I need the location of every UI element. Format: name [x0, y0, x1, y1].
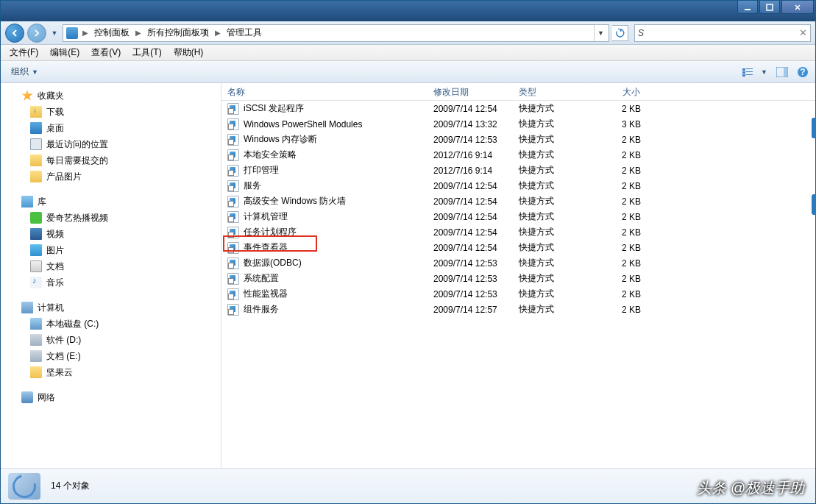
svg-rect-5 — [746, 71, 753, 72]
file-type: 快捷方式 — [513, 210, 595, 223]
list-item[interactable]: 数据源(ODBC)2009/7/14 12:53快捷方式2 KB — [221, 255, 815, 271]
tree-folder[interactable]: 每日需要提交的 — [1, 152, 221, 168]
tree-downloads[interactable]: 下载 — [1, 104, 221, 120]
tree-favorites[interactable]: 收藏夹 — [1, 88, 221, 104]
file-size: 2 KB — [595, 135, 647, 145]
breadcrumb-item[interactable]: 所有控制面板项 — [144, 26, 212, 39]
tree-label: 最近访问的位置 — [46, 138, 108, 151]
tree-label: 产品图片 — [46, 171, 82, 183]
list-item[interactable]: Windows PowerShell Modules2009/7/14 13:3… — [221, 116, 815, 132]
address-bar[interactable]: ▶ 控制面板 ▶ 所有控制面板项 ▶ 管理工具 ▼ — [63, 24, 609, 42]
file-date: 2012/7/16 9:14 — [427, 166, 513, 176]
collapse-icon[interactable] — [11, 92, 19, 100]
menu-tools[interactable]: 工具(T) — [127, 45, 167, 60]
status-text: 14 个对象 — [51, 480, 90, 492]
help-button[interactable]: ? — [795, 64, 811, 80]
file-date: 2009/7/14 12:53 — [427, 274, 513, 284]
file-type: 快捷方式 — [513, 303, 595, 316]
list-item[interactable]: 计算机管理2009/7/14 12:54快捷方式2 KB — [221, 209, 815, 224]
file-name: 系统配置 — [244, 272, 279, 285]
location-icon — [66, 27, 78, 39]
file-name: 高级安全 Windows 防火墙 — [244, 195, 346, 207]
menu-edit[interactable]: 编辑(E) — [44, 45, 85, 60]
watermark: 头条 @极速手助 — [697, 478, 804, 498]
drive-icon — [30, 350, 42, 362]
list-item[interactable]: 打印管理2012/7/16 9:14快捷方式2 KB — [221, 163, 815, 178]
computer-icon — [21, 302, 33, 313]
file-size: 2 KB — [595, 104, 647, 114]
list-item[interactable]: 本地安全策略2012/7/16 9:14快捷方式2 KB — [221, 147, 815, 163]
tree-nutcloud[interactable]: 坚果云 — [1, 364, 221, 380]
explorer-window: ▼ ▶ 控制面板 ▶ 所有控制面板项 ▶ 管理工具 ▼ ✕ 文件(F) 编辑(E… — [0, 0, 816, 504]
picture-icon — [30, 244, 42, 256]
chevron-right-icon[interactable]: ▶ — [79, 29, 91, 37]
maximize-button[interactable] — [759, 1, 780, 14]
tree-pictures[interactable]: 图片 — [1, 242, 221, 258]
collapse-icon[interactable] — [11, 304, 19, 312]
breadcrumb-item[interactable]: 控制面板 — [91, 26, 132, 39]
list-item[interactable]: 服务2009/7/14 12:54快捷方式2 KB — [221, 178, 815, 194]
column-date[interactable]: 修改日期 — [427, 83, 513, 100]
tree-network[interactable]: 网络 — [1, 389, 221, 405]
tree-drive-e[interactable]: 文档 (E:) — [1, 348, 221, 364]
shortcut-icon — [227, 134, 239, 146]
list-item[interactable]: 事件查看器2009/7/14 12:54快捷方式2 KB — [221, 240, 815, 255]
file-size: 2 KB — [595, 212, 647, 222]
clear-search-icon[interactable]: ✕ — [799, 27, 807, 38]
tree-music[interactable]: 音乐 — [1, 274, 221, 291]
menu-help[interactable]: 帮助(H) — [168, 45, 210, 60]
tree-label: 网络 — [38, 391, 55, 404]
network-icon — [21, 391, 33, 403]
file-type: 快捷方式 — [513, 257, 595, 269]
menu-file[interactable]: 文件(F) — [4, 45, 44, 60]
tree-label: 软件 (D:) — [46, 334, 81, 347]
list-item[interactable]: 系统配置2009/7/14 12:53快捷方式2 KB — [221, 271, 815, 286]
tree-iqiyi[interactable]: 爱奇艺热播视频 — [1, 210, 221, 226]
content-body: 收藏夹 下载 桌面 最近访问的位置 每日需要提交的 产品图片 库 爱奇艺热播视频… — [1, 83, 815, 468]
history-dropdown[interactable]: ▼ — [49, 26, 60, 40]
shortcut-icon — [227, 180, 239, 192]
back-button[interactable] — [5, 24, 24, 43]
file-name: 打印管理 — [244, 164, 279, 177]
column-size[interactable]: 大小 — [595, 83, 647, 100]
expand-icon[interactable] — [11, 394, 19, 402]
list-item[interactable]: iSCSI 发起程序2009/7/14 12:54快捷方式2 KB — [221, 101, 815, 116]
address-dropdown[interactable]: ▼ — [594, 25, 607, 41]
refresh-button[interactable] — [612, 25, 628, 41]
file-date: 2009/7/14 12:53 — [427, 135, 513, 145]
tree-folder[interactable]: 产品图片 — [1, 168, 221, 185]
list-item[interactable]: Windows 内存诊断2009/7/14 12:53快捷方式2 KB — [221, 132, 815, 147]
list-item[interactable]: 任务计划程序2009/7/14 12:54快捷方式2 KB — [221, 224, 815, 240]
file-name: 性能监视器 — [244, 288, 288, 300]
column-type[interactable]: 类型 — [513, 83, 595, 100]
tree-label: 计算机 — [38, 302, 64, 314]
shortcut-icon — [227, 273, 239, 285]
breadcrumb-item[interactable]: 管理工具 — [224, 26, 265, 39]
chevron-right-icon[interactable]: ▶ — [212, 29, 224, 37]
preview-pane-button[interactable] — [774, 65, 790, 79]
minimize-button[interactable] — [737, 1, 758, 14]
forward-button[interactable] — [27, 24, 46, 43]
list-item[interactable]: 高级安全 Windows 防火墙2009/7/14 12:54快捷方式2 KB — [221, 194, 815, 209]
close-button[interactable] — [781, 1, 814, 14]
tree-libraries[interactable]: 库 — [1, 194, 221, 210]
organize-label: 组织 — [11, 65, 29, 78]
column-name[interactable]: 名称 — [221, 83, 427, 100]
search-box[interactable]: ✕ — [634, 24, 811, 42]
search-input[interactable] — [638, 28, 799, 38]
tree-computer[interactable]: 计算机 — [1, 299, 221, 316]
tree-videos[interactable]: 视频 — [1, 226, 221, 242]
menu-view[interactable]: 查看(V) — [85, 45, 127, 60]
list-item[interactable]: 组件服务2009/7/14 12:57快捷方式2 KB — [221, 302, 815, 317]
collapse-icon[interactable] — [11, 198, 19, 206]
navigation-pane[interactable]: 收藏夹 下载 桌面 最近访问的位置 每日需要提交的 产品图片 库 爱奇艺热播视频… — [1, 83, 221, 468]
organize-button[interactable]: 组织 ▼ — [5, 63, 44, 80]
tree-documents[interactable]: 文档 — [1, 258, 221, 274]
tree-drive-c[interactable]: 本地磁盘 (C:) — [1, 316, 221, 332]
tree-recent[interactable]: 最近访问的位置 — [1, 136, 221, 152]
chevron-right-icon[interactable]: ▶ — [132, 29, 144, 37]
list-item[interactable]: 性能监视器2009/7/14 12:53快捷方式2 KB — [221, 286, 815, 302]
view-options-button[interactable]: ▼ — [740, 65, 770, 79]
tree-desktop[interactable]: 桌面 — [1, 120, 221, 136]
tree-drive-d[interactable]: 软件 (D:) — [1, 332, 221, 348]
